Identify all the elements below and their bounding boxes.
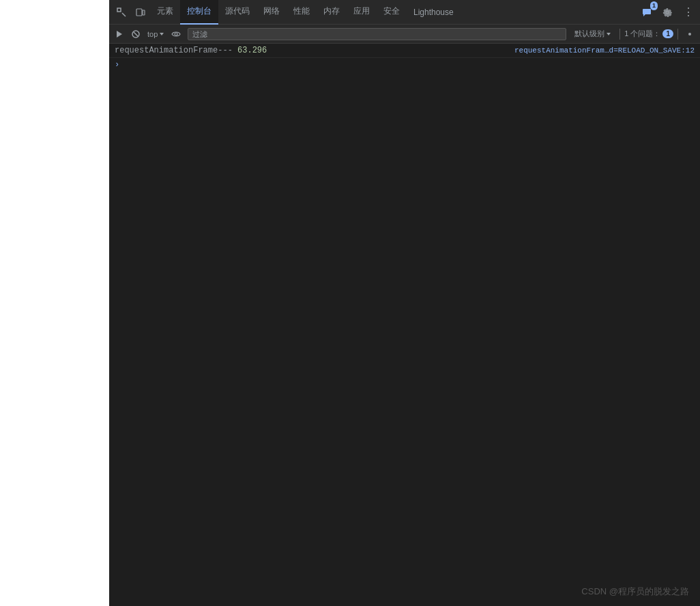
log-level-dropdown[interactable]: 默认级别 [570, 27, 615, 40]
issues-wrap: 1 个问题： 1 [624, 29, 673, 39]
context-selector[interactable]: top [145, 29, 167, 40]
tab-performance[interactable]: 性能 [287, 0, 317, 25]
devtools-panel: 元素 控制台 源代码 网络 性能 内存 应用 安全 Lighthouse 1 ⋮ [109, 0, 700, 606]
tab-network[interactable]: 网络 [257, 0, 287, 25]
code-keyword: requestAnimationFrame--- [115, 46, 233, 55]
play-icon[interactable] [112, 27, 127, 42]
console-toolbar: top 默认级别 1 个问题： 1 [109, 25, 700, 44]
tab-sources[interactable]: 源代码 [218, 0, 257, 25]
chat-count-badge: 1 [650, 1, 658, 10]
chat-badge-button[interactable]: 1 [637, 3, 656, 22]
tab-elements[interactable]: 元素 [150, 0, 180, 25]
tab-console[interactable]: 控制台 [180, 0, 218, 25]
prompt-arrow-icon: › [115, 60, 119, 70]
browser-page-sidebar [0, 0, 109, 606]
svg-rect-1 [136, 9, 142, 16]
level-label: 默认级别 [574, 29, 604, 39]
stop-icon[interactable] [128, 27, 143, 42]
tab-lighthouse[interactable]: Lighthouse [407, 0, 461, 25]
tab-security[interactable]: 安全 [377, 0, 407, 25]
console-source-link[interactable]: requestAnimationFram…d=RELOAD_ON_SAVE:12 [514, 46, 695, 55]
tab-memory[interactable]: 内存 [317, 0, 347, 25]
svg-line-5 [134, 32, 138, 36]
console-log-line: requestAnimationFrame--- 63.296 requestA… [109, 44, 700, 58]
svg-rect-0 [117, 8, 121, 12]
device-toggle-icon[interactable] [131, 3, 150, 22]
console-prompt-line: › [109, 58, 700, 72]
toolbar-divider-2 [677, 29, 678, 40]
watermark: CSDN @程序员的脱发之路 [581, 586, 689, 598]
eye-icon[interactable] [169, 27, 184, 42]
inspect-icon[interactable] [112, 3, 131, 22]
console-log-text: requestAnimationFrame--- 63.296 [115, 46, 509, 55]
more-options-icon[interactable]: ⋮ [678, 3, 697, 22]
code-number: 63.296 [237, 46, 267, 55]
toolbar-divider [619, 29, 620, 40]
devtools-tabs-bar: 元素 控制台 源代码 网络 性能 内存 应用 安全 Lighthouse 1 ⋮ [109, 0, 700, 25]
console-output: requestAnimationFrame--- 63.296 requestA… [109, 44, 700, 606]
devtools-right-icons: 1 ⋮ [637, 3, 697, 22]
tab-application[interactable]: 应用 [347, 0, 377, 25]
svg-marker-3 [117, 31, 122, 38]
issues-count-badge: 1 [662, 29, 673, 38]
filter-input-wrap [188, 27, 566, 40]
filter-input[interactable] [188, 28, 566, 40]
context-label: top [147, 30, 158, 38]
console-settings-icon[interactable] [682, 27, 697, 42]
svg-point-6 [175, 33, 177, 35]
issues-label: 1 个问题： [624, 29, 660, 39]
settings-icon[interactable] [658, 3, 677, 22]
svg-rect-2 [143, 10, 145, 15]
